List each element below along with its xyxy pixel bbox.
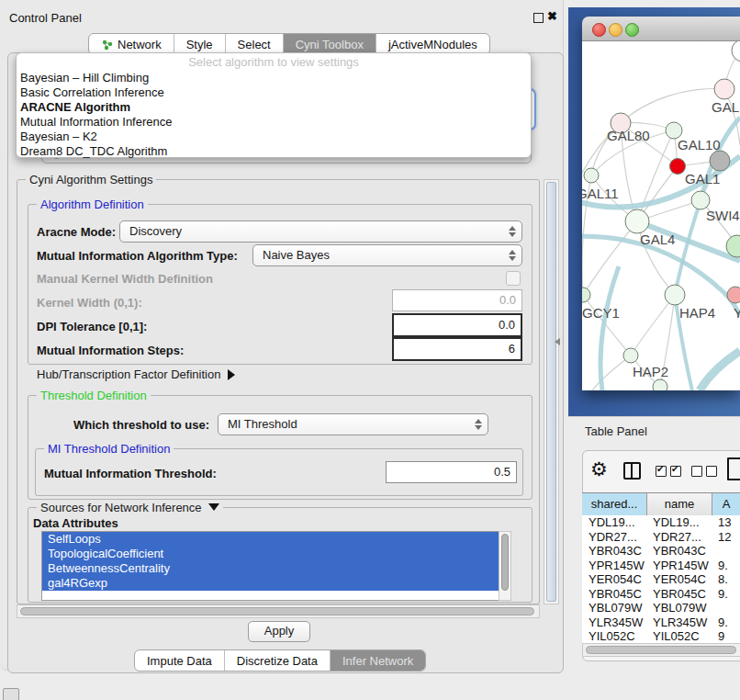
network-edge[interactable] xyxy=(600,266,619,390)
node-label: HAP2 xyxy=(633,364,668,379)
node-label: GAL11 xyxy=(582,186,619,201)
network-node[interactable] xyxy=(625,209,649,233)
kernel-width-field[interactable]: 0.0 xyxy=(392,289,522,311)
table-row[interactable]: YBR043CYBR043C xyxy=(582,544,740,559)
tab-network[interactable]: Network xyxy=(89,34,174,54)
column-header-shared-name[interactable]: shared... xyxy=(582,492,647,516)
algorithm-definition-title: Algorithm Definition xyxy=(37,198,148,211)
stepper-arrows-icon xyxy=(509,225,516,238)
zoom-traffic-light-icon[interactable] xyxy=(625,23,639,37)
aracne-mode-combobox[interactable]: Discovery xyxy=(119,220,522,243)
network-edge[interactable] xyxy=(675,200,701,295)
which-threshold-value: MI Threshold xyxy=(228,414,297,435)
kernel-width-label: Kernel Width (0,1): xyxy=(37,296,142,310)
manual-kernel-checkbox[interactable] xyxy=(506,271,521,286)
data-attribute-item[interactable]: TopologicalCoefficient xyxy=(42,547,499,561)
table-row[interactable]: YBR045CYBR045C9. xyxy=(582,587,740,602)
algorithm-option[interactable]: Mutual Information Inference xyxy=(17,115,531,130)
network-node[interactable] xyxy=(670,159,686,175)
node-label: HAP4 xyxy=(679,305,715,321)
list-vertical-scrollbar[interactable] xyxy=(499,531,511,601)
table-cell: 9. xyxy=(712,559,740,573)
network-node[interactable] xyxy=(582,288,590,302)
network-node[interactable] xyxy=(584,168,599,183)
close-icon[interactable]: ✖ xyxy=(547,9,557,23)
column-header-name[interactable]: name xyxy=(647,492,712,516)
mi-steps-field[interactable]: 6 xyxy=(392,337,522,361)
table-row[interactable]: YDL19...YDL19...13 xyxy=(582,515,740,530)
data-attribute-item[interactable]: BetweennessCentrality xyxy=(42,561,499,576)
algorithm-option[interactable]: Basic Correlation Inference xyxy=(17,85,531,100)
data-attribute-item[interactable]: gal4RGexp xyxy=(42,576,499,591)
table-row[interactable]: YBL079WYBL079W xyxy=(582,601,740,615)
sources-title[interactable]: Sources for Network Inference xyxy=(37,501,223,514)
float-window-icon[interactable] xyxy=(533,13,544,23)
checked-box-icon xyxy=(670,466,681,477)
table-cell: YBR045C xyxy=(646,587,712,602)
dpi-tolerance-field[interactable]: 0.0 xyxy=(392,313,522,337)
settings-gear-icon[interactable]: ⚙ xyxy=(590,459,608,479)
scrollbar-thumb[interactable] xyxy=(20,607,534,615)
sources-title-text: Sources for Network Inference xyxy=(40,501,202,514)
table-row[interactable]: YPR145WYPR145W9. xyxy=(582,559,740,573)
panel-collapse-arrow-icon[interactable] xyxy=(555,338,560,345)
mi-type-combobox[interactable]: Naive Bayes xyxy=(252,244,522,266)
network-node[interactable] xyxy=(732,41,740,62)
which-threshold-combobox[interactable]: MI Threshold xyxy=(218,413,488,435)
unchecked-pair-icon[interactable] xyxy=(691,466,721,480)
algorithm-option[interactable]: Dream8 DC_TDC Algorithm xyxy=(17,144,531,159)
network-node[interactable] xyxy=(665,285,685,305)
tab-jactivemnodules[interactable]: jActiveMNodules xyxy=(376,34,489,54)
table-horizontal-scrollbar[interactable] xyxy=(582,643,740,657)
network-node[interactable] xyxy=(623,348,638,363)
hub-expander[interactable]: Hub/Transcription Factor Definition xyxy=(37,367,235,381)
node-label: GAL1 xyxy=(685,171,720,186)
split-columns-icon[interactable] xyxy=(623,462,641,480)
table-cell: YBR045C xyxy=(582,587,646,602)
network-node[interactable] xyxy=(710,151,730,171)
algorithm-option[interactable]: Bayesian – Hill Climbing xyxy=(17,71,531,85)
network-node[interactable] xyxy=(727,287,740,303)
network-node[interactable] xyxy=(653,379,667,390)
dock-grid-icon[interactable] xyxy=(3,688,19,700)
table-cell xyxy=(712,544,740,559)
tab-select[interactable]: Select xyxy=(226,34,284,54)
settings-horizontal-scrollbar[interactable] xyxy=(17,604,540,618)
bottom-tab-impute-data[interactable]: Impute Data xyxy=(135,650,225,671)
table-row[interactable]: YER054CYER054C8. xyxy=(582,572,740,587)
close-traffic-light-icon[interactable] xyxy=(592,23,606,37)
table-row[interactable]: YDR27...YDR27...12 xyxy=(582,530,740,545)
network-node[interactable] xyxy=(691,191,710,209)
scrollbar-thumb[interactable] xyxy=(501,534,509,591)
network-window-titlebar[interactable] xyxy=(582,17,740,41)
node-label: GAL xyxy=(712,99,739,115)
mi-threshold-field[interactable]: 0.5 xyxy=(386,461,517,483)
column-header-partial[interactable]: A xyxy=(712,492,740,516)
network-canvas[interactable]: GALGAL80GAL10GAL1GAL11SWI4GAL4GCY1HAP4YH… xyxy=(582,41,740,390)
network-edge[interactable] xyxy=(631,295,675,356)
file-icon[interactable] xyxy=(727,457,740,480)
algorithm-option[interactable]: Bayesian – K2 xyxy=(17,130,531,144)
tab-cyni-toolbox[interactable]: Cyni Toolbox xyxy=(284,34,376,54)
network-node[interactable] xyxy=(714,79,734,99)
network-edge[interactable] xyxy=(700,351,740,390)
bottom-tab-infer-network[interactable]: Infer Network xyxy=(331,650,425,671)
table-row[interactable]: YLR345WYLR345W9. xyxy=(582,615,740,630)
data-attribute-item[interactable]: SelfLoops xyxy=(42,532,499,547)
network-edge[interactable] xyxy=(583,221,637,295)
scrollbar-thumb[interactable] xyxy=(546,182,556,602)
data-attributes-list[interactable]: SelfLoopsTopologicalCoefficientBetweenne… xyxy=(41,531,511,601)
table-row[interactable]: YIL052CYIL052C9 xyxy=(582,629,740,643)
algorithm-option[interactable]: ARACNE Algorithm xyxy=(17,100,531,115)
tab-style[interactable]: Style xyxy=(174,34,226,54)
table-cell: YLR345W xyxy=(646,615,712,630)
scrollbar-thumb[interactable] xyxy=(586,646,736,654)
network-edge[interactable] xyxy=(621,89,724,123)
checked-pair-icon[interactable] xyxy=(656,466,685,480)
network-graph[interactable]: GALGAL80GAL10GAL1GAL11SWI4GAL4GCY1HAP4YH… xyxy=(582,41,740,390)
apply-button[interactable]: Apply xyxy=(248,621,310,642)
table-cell: YBR043C xyxy=(582,544,646,559)
settings-vertical-scrollbar[interactable] xyxy=(544,179,559,604)
minimize-traffic-light-icon[interactable] xyxy=(609,23,622,37)
bottom-tab-discretize-data[interactable]: Discretize Data xyxy=(225,650,331,671)
